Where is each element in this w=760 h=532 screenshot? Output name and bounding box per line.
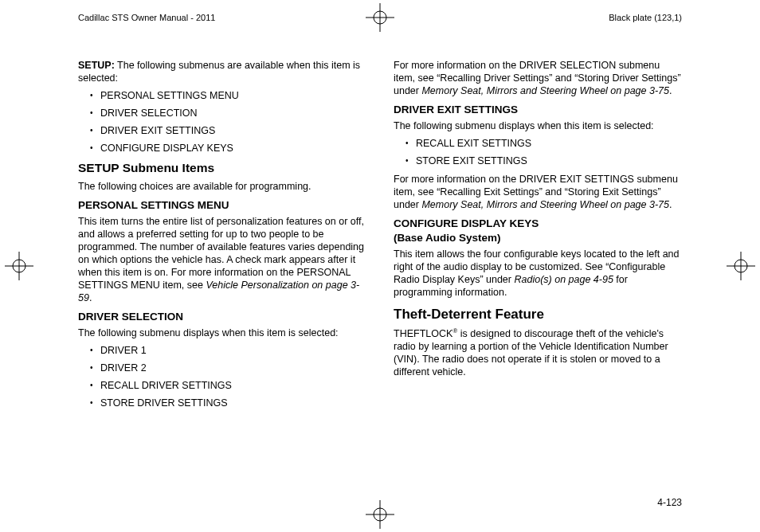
setup-list: PERSONAL SETTINGS MENU DRIVER SELECTION … (78, 89, 366, 155)
header-left: Cadillac STS Owner Manual - 2011 (78, 13, 215, 22)
list-item: DRIVER EXIT SETTINGS (78, 124, 366, 137)
registration-mark-top (366, 3, 394, 32)
driver-selection-more: For more information on the DRIVER SELEC… (394, 59, 682, 97)
list-item: DRIVER SELECTION (78, 107, 366, 119)
personal-settings-text: This item turns the entire list of perso… (78, 215, 366, 304)
list-item: RECALL EXIT SETTINGS (394, 137, 682, 150)
list-item: DRIVER 1 (78, 344, 366, 357)
setup-label: SETUP: (78, 60, 115, 71)
theft-deterrent-heading: Theft-Deterrent Feature (394, 306, 682, 323)
theftlock-label: THEFTLOCK (394, 328, 452, 339)
configure-display-keys-text: This item allows the four configurable k… (394, 248, 682, 299)
registration-mark-left (5, 252, 33, 280)
des-more-2: . (669, 199, 672, 210)
list-item: PERSONAL SETTINGS MENU (78, 89, 366, 102)
list-item: CONFIGURE DISPLAY KEYS (78, 142, 366, 155)
driver-selection-intro: The following submenu displays when this… (78, 327, 366, 339)
page-number: 4-123 (657, 497, 682, 508)
list-item: STORE DRIVER SETTINGS (78, 397, 366, 409)
registration-mark-right (727, 252, 755, 280)
configure-display-keys-heading: CONFIGURE DISPLAY KEYS (Base Audio Syste… (394, 217, 682, 244)
cdk-heading-2: (Base Audio System) (394, 232, 501, 244)
cdk-link: Radio(s) on page 4-95 (514, 274, 613, 285)
page-content: SETUP: The following submenus are availa… (78, 59, 682, 487)
theft-deterrent-text: THEFTLOCK® is designed to discourage the… (394, 327, 682, 378)
ds-more-link: Memory Seat, Mirrors and Steering Wheel … (421, 85, 669, 96)
right-column: For more information on the DRIVER SELEC… (394, 59, 682, 487)
driver-exit-more: For more information on the DRIVER EXIT … (394, 173, 682, 211)
driver-exit-list: RECALL EXIT SETTINGS STORE EXIT SETTINGS (394, 137, 682, 167)
list-item: RECALL DRIVER SETTINGS (78, 379, 366, 392)
list-item: STORE EXIT SETTINGS (394, 155, 682, 167)
driver-selection-heading: DRIVER SELECTION (78, 310, 366, 323)
driver-exit-heading: DRIVER EXIT SETTINGS (394, 103, 682, 116)
ds-more-2: . (669, 85, 672, 96)
des-more-link: Memory Seat, Mirrors and Steering Wheel … (421, 199, 669, 210)
setup-paragraph: SETUP: The following submenus are availa… (78, 59, 366, 84)
setup-text: The following submenus are available whe… (78, 60, 360, 84)
setup-submenu-heading: SETUP Submenu Items (78, 160, 366, 176)
header-right: Black plate (123,1) (609, 13, 682, 22)
cdk-heading-1: CONFIGURE DISPLAY KEYS (394, 217, 539, 229)
driver-selection-list: DRIVER 1 DRIVER 2 RECALL DRIVER SETTINGS… (78, 344, 366, 409)
registration-mark-bottom (366, 500, 394, 529)
setup-submenu-intro: The following choices are available for … (78, 180, 366, 193)
left-column: SETUP: The following submenus are availa… (78, 59, 366, 487)
driver-exit-intro: The following submenu displays when this… (394, 119, 682, 132)
list-item: DRIVER 2 (78, 362, 366, 374)
personal-settings-heading: PERSONAL SETTINGS MENU (78, 198, 366, 212)
psm-period: . (89, 292, 92, 303)
